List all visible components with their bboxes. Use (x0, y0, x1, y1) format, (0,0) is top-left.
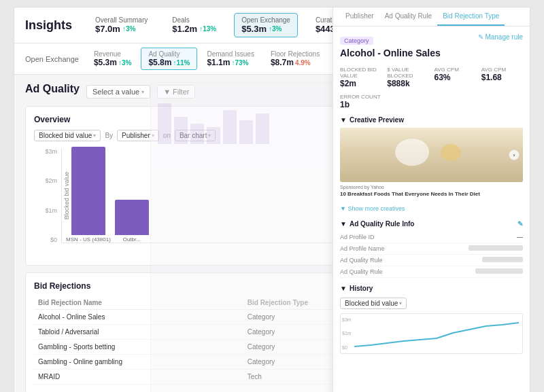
creative-image: › (340, 128, 523, 182)
second-nav-label: Open Exchange (25, 55, 79, 63)
detail-tabs: Publisher Ad Quality Rule Bid Rejection … (333, 7, 530, 26)
history-metric-select[interactable]: Blocked bid value ▾ (340, 298, 407, 309)
chevron-icon: ▼ (340, 116, 347, 124)
summary-open-exchange-value: $5.3m (241, 24, 267, 34)
ad-quality-rule-section: ▼ Ad Quality Rule Info ✎ Ad Profile ID —… (340, 220, 523, 278)
show-more-creatives[interactable]: ▼ Show more creatives (340, 205, 405, 212)
nav-floor-rejections[interactable]: Floor Rejections $8.7m 4.9% (264, 48, 326, 69)
summary-overall-trend: ↑3% (122, 25, 135, 33)
page-title: Insights (25, 18, 72, 33)
rule-row: Ad Quality Rule (340, 266, 523, 278)
nav-revenue[interactable]: Revenue $5.3m ↑3% (87, 48, 138, 69)
nav-ad-quality[interactable]: Ad Quality $5.8m ↑11% (141, 48, 197, 70)
bar-outbr-label: Outbr... (123, 236, 141, 243)
by-label: By (105, 132, 113, 139)
detail-content: Category Alcohol - Online Sales ✎ Manage… (333, 26, 530, 361)
ghost-bar-7 (256, 113, 269, 144)
sparkline-line (354, 323, 519, 346)
ghost-bar-2 (174, 117, 188, 144)
creative-preview-header[interactable]: ▼ Creative Preview (340, 116, 523, 124)
rule-row: Ad Profile Name (340, 243, 523, 255)
summary-group: Overall Summary $7.0m ↑3% Deals $1.2m ↑1… (88, 13, 362, 37)
detail-panel: Publisher Ad Quality Rule Bid Rejection … (333, 7, 530, 392)
ad-quality-rule-header[interactable]: ▼ Ad Quality Rule Info ✎ (340, 220, 523, 228)
bar-outbr[interactable]: Outbr... (115, 200, 149, 243)
tab-publisher[interactable]: Publisher (340, 7, 379, 26)
summary-open-exchange-trend: ↑3% (269, 25, 282, 33)
manage-rule-btn[interactable]: ✎ Manage rule (478, 33, 523, 41)
edit-rule-icon[interactable]: ✎ (517, 220, 523, 228)
rule-row: Ad Profile ID — (340, 232, 523, 243)
ghost-bar-3 (190, 124, 204, 144)
ghost-bar-6 (239, 120, 253, 144)
rule-row: Ad Quality Rule (340, 255, 523, 266)
tab-ad-quality-rule[interactable]: Ad Quality Rule (379, 7, 437, 26)
y-axis: $3m $2m $1m $0 (34, 148, 60, 243)
history-section: ▼ History Blocked bid value ▾ $3m $1m $0 (340, 285, 523, 354)
creative-source: Sponsored by Yahoo (340, 185, 523, 190)
ghost-panel (150, 82, 346, 392)
summary-overall[interactable]: Overall Summary $7.0m ↑3% (88, 14, 154, 37)
chevron-down-icon: ▾ (141, 89, 144, 95)
tab-bid-rejection-type[interactable]: Bid Rejection Type (437, 7, 505, 26)
select-value-btn[interactable]: Select a value ▾ (86, 85, 150, 99)
summary-deals[interactable]: Deals $1.2m ↑13% (165, 14, 223, 37)
ghost-bar-5 (223, 110, 237, 144)
bar-msn-bar (71, 147, 105, 235)
summary-open-exchange[interactable]: Open Exchange $5.3m ↑3% (234, 13, 298, 37)
metric-select[interactable]: Blocked bid value ▾ (34, 130, 101, 141)
bar-outbr-bar (115, 200, 149, 235)
detail-badge: Category (340, 37, 373, 45)
nav-demand-issues[interactable]: Demand Issues $1.1m ↑73% (200, 48, 260, 69)
history-sparkline: $3m $1m $0 (340, 313, 523, 354)
main-container: Insights Overall Summary $7.0m ↑3% Deals… (14, 7, 530, 392)
metric-cpm: AVG CPM $1.68 (481, 67, 523, 88)
section-title: Ad Quality (25, 83, 80, 95)
history-chevron-icon: ▾ (399, 300, 402, 306)
metric-pct: AVG CPM 63% (435, 67, 476, 88)
bar-msn-label: MSN - US (43801) (66, 236, 111, 243)
summary-deals-trend: ↑13% (199, 25, 216, 33)
creative-preview-section: ▼ Creative Preview › Sponsored by Yahoo … (340, 116, 523, 213)
summary-overall-value: $7.0m (95, 24, 120, 34)
metric-blocked-bid: BLOCKED BID VALUE $2m (340, 67, 381, 88)
chevron-rule-icon: ▼ (340, 220, 347, 228)
ghost-bar-area (151, 83, 345, 151)
metric-error-count: ERROR COUNT 1b (340, 94, 523, 109)
detail-title: Alcohol - Online Sales (340, 48, 441, 58)
ghost-bar-1 (158, 103, 171, 144)
metric-chevron-icon: ▾ (93, 132, 96, 139)
bar-msn[interactable]: MSN - US (43801) (66, 147, 111, 243)
chevron-history-icon: ▼ (340, 285, 347, 292)
y-axis-title: Blocked bid value (63, 171, 70, 219)
creative-caption: 10 Breakfast Foods That Everyone Needs I… (340, 191, 523, 197)
ghost-bar-4 (207, 127, 220, 144)
detail-metrics: BLOCKED BID VALUE $2m $ VALUE BLOCKED $8… (340, 67, 523, 109)
summary-deals-value: $1.2m (172, 24, 197, 34)
history-header[interactable]: ▼ History (340, 285, 523, 292)
creative-nav-right[interactable]: › (509, 149, 520, 160)
metric-value-blocked: $ VALUE BLOCKED $888k (387, 67, 428, 88)
